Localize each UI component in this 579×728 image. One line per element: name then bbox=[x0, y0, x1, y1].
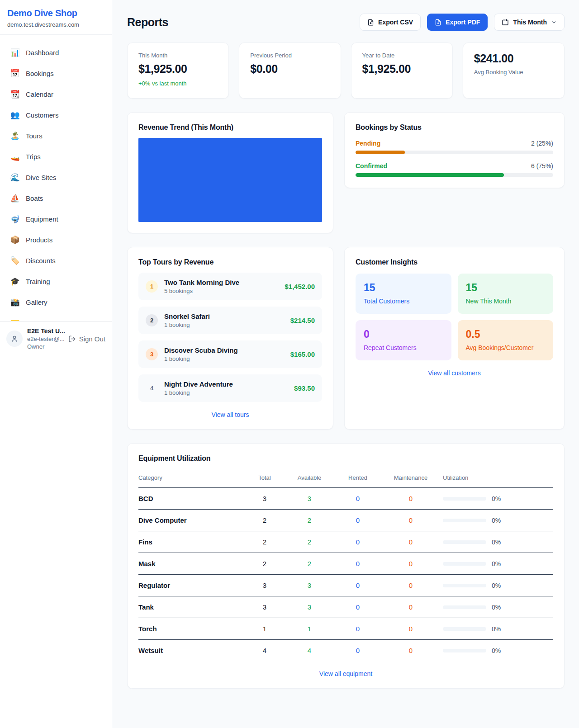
equipment-utilization-card: Equipment Utilization Category Total Ava… bbox=[127, 443, 565, 689]
tile-value: 15 bbox=[364, 282, 443, 294]
category-cell: Regulator bbox=[138, 581, 245, 589]
sidebar-item-label: Trips bbox=[26, 153, 41, 161]
sidebar-item-gallery[interactable]: 📸 Gallery bbox=[5, 293, 106, 311]
sidebar-item-bookings[interactable]: 📅 Bookings bbox=[5, 65, 106, 82]
stat-card-previous-period: Previous Period $0.00 bbox=[239, 43, 341, 99]
tile-new-this-month: 15 New This Month bbox=[458, 274, 554, 314]
rented-cell: 0 bbox=[334, 560, 381, 567]
tour-info: Discover Scuba Diving 1 booking bbox=[164, 346, 238, 362]
column-header: Utilization bbox=[440, 474, 553, 481]
equipment-table: Category Total Available Rented Maintena… bbox=[138, 469, 553, 661]
sidebar-item-label: Tours bbox=[26, 132, 43, 140]
status-count: 2 (25%) bbox=[531, 140, 553, 147]
stat-card-this-month: This Month $1,925.00 +0% vs last month bbox=[127, 43, 229, 99]
tile-value: 15 bbox=[466, 282, 546, 294]
sidebar-item-customers[interactable]: 👥 Customers bbox=[5, 106, 106, 124]
total-cell: 2 bbox=[245, 560, 285, 567]
utilization-bar bbox=[443, 649, 486, 652]
column-header: Rented bbox=[334, 474, 381, 481]
utilization-cell: 0% bbox=[440, 604, 553, 611]
sidebar-item-label: Equipment bbox=[26, 215, 58, 223]
total-cell: 2 bbox=[245, 538, 285, 546]
utilization-cell: 0% bbox=[440, 517, 553, 524]
tear-off-calendar-icon: 📆 bbox=[10, 90, 20, 99]
export-pdf-button[interactable]: Export PDF bbox=[427, 14, 488, 31]
maintenance-cell: 0 bbox=[381, 516, 440, 524]
stat-value: $1,925.00 bbox=[138, 62, 218, 76]
tour-bookings: 1 booking bbox=[164, 355, 238, 362]
tour-row[interactable]: 1 Two Tank Morning Dive 5 bookings $1,45… bbox=[138, 273, 322, 300]
sidebar-item-dive-sites[interactable]: 🌊 Dive Sites bbox=[5, 169, 106, 186]
sidebar-item-equipment[interactable]: 🤿 Equipment bbox=[5, 210, 106, 228]
available-cell: 3 bbox=[285, 495, 334, 502]
file-download-icon bbox=[435, 19, 441, 26]
bookings-by-status-card: Bookings by Status Pending 2 (25%) Confi… bbox=[344, 112, 565, 188]
export-pdf-label: Export PDF bbox=[446, 19, 480, 26]
tour-row[interactable]: 3 Discover Scuba Diving 1 booking $165.0… bbox=[138, 340, 322, 368]
maintenance-cell: 0 bbox=[381, 603, 440, 611]
category-cell: Torch bbox=[138, 625, 245, 633]
total-cell: 2 bbox=[245, 516, 285, 524]
rank-badge: 4 bbox=[146, 382, 158, 394]
status-row-pending: Pending 2 (25%) bbox=[356, 140, 553, 154]
progress-track bbox=[356, 173, 553, 177]
utilization-cell: 0% bbox=[440, 647, 553, 654]
rank-badge: 3 bbox=[146, 348, 158, 360]
bar-chart-icon: 📊 bbox=[10, 48, 20, 57]
rented-cell: 0 bbox=[334, 625, 381, 633]
user-email: e2e-tester@... bbox=[27, 336, 64, 342]
utilization-cell: 0% bbox=[440, 625, 553, 633]
maintenance-cell: 0 bbox=[381, 538, 440, 546]
progress-fill bbox=[356, 151, 405, 154]
table-header: Category Total Available Rented Maintena… bbox=[138, 469, 553, 487]
sidebar-item-label: Calendar bbox=[26, 90, 53, 98]
sign-out-button[interactable]: Sign Out bbox=[68, 335, 105, 343]
view-all-customers-link[interactable]: View all customers bbox=[356, 369, 553, 377]
rank-badge: 2 bbox=[146, 314, 158, 326]
view-all-tours-link[interactable]: View all tours bbox=[138, 411, 322, 418]
column-header: Category bbox=[138, 474, 245, 481]
maintenance-cell: 0 bbox=[381, 647, 440, 654]
sidebar-item-boats[interactable]: ⛵ Boats bbox=[5, 189, 106, 207]
insights-row: Top Tours by Revenue 1 Two Tank Morning … bbox=[127, 247, 565, 430]
sidebar-item-tours[interactable]: 🏝️ Tours bbox=[5, 127, 106, 145]
calendar-icon: 📅 bbox=[10, 69, 20, 78]
column-header: Available bbox=[285, 474, 334, 481]
sidebar-item-label: Gallery bbox=[26, 298, 47, 306]
category-cell: BCD bbox=[138, 495, 245, 502]
tour-row[interactable]: 4 Night Dive Adventure 1 booking $93.50 bbox=[138, 374, 322, 402]
tour-bookings: 5 bookings bbox=[164, 288, 239, 294]
status-row-confirmed: Confirmed 6 (75%) bbox=[356, 162, 553, 177]
sidebar: Demo Dive Shop demo.test.divestreams.com… bbox=[0, 0, 112, 728]
export-csv-button[interactable]: Export CSV bbox=[360, 14, 421, 31]
category-cell: Wetsuit bbox=[138, 647, 245, 654]
avatar bbox=[6, 331, 23, 347]
user-role: Owner bbox=[27, 343, 64, 350]
sidebar-item-dashboard[interactable]: 📊 Dashboard bbox=[5, 44, 106, 61]
utilization-cell: 0% bbox=[440, 560, 553, 567]
utilization-bar bbox=[443, 519, 486, 522]
revenue-trend-chart bbox=[138, 138, 322, 222]
utilization-percent: 0% bbox=[492, 582, 501, 589]
category-cell: Tank bbox=[138, 603, 245, 611]
tour-amount: $93.50 bbox=[294, 384, 315, 392]
sidebar-item-training[interactable]: 🎓 Training bbox=[5, 273, 106, 290]
sidebar-header: Demo Dive Shop demo.test.divestreams.com bbox=[0, 0, 112, 35]
utilization-cell: 0% bbox=[440, 495, 553, 502]
sidebar-item-label: Products bbox=[26, 236, 52, 244]
shop-name: Demo Dive Shop bbox=[7, 8, 104, 19]
tile-label: Avg Bookings/Customer bbox=[466, 344, 546, 351]
tile-label: Repeat Customers bbox=[364, 344, 443, 351]
category-cell: Dive Computer bbox=[138, 516, 245, 524]
utilization-percent: 0% bbox=[492, 647, 501, 654]
sidebar-item-calendar[interactable]: 📆 Calendar bbox=[5, 85, 106, 103]
tour-row[interactable]: 2 Snorkel Safari 1 booking $214.50 bbox=[138, 307, 322, 334]
period-dropdown[interactable]: This Month bbox=[494, 14, 565, 31]
available-cell: 3 bbox=[285, 581, 334, 589]
sidebar-item-discounts[interactable]: 🏷️ Discounts bbox=[5, 252, 106, 269]
sidebar-item-products[interactable]: 📦 Products bbox=[5, 231, 106, 249]
tile-value: 0 bbox=[364, 328, 443, 340]
logout-icon bbox=[68, 335, 76, 343]
sidebar-item-trips[interactable]: 🚤 Trips bbox=[5, 148, 106, 165]
view-all-equipment-link[interactable]: View all equipment bbox=[138, 670, 553, 677]
